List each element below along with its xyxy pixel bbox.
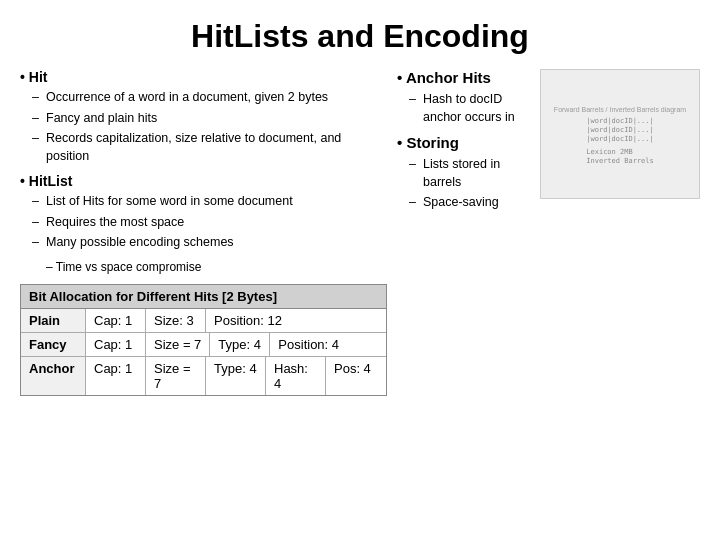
fancy-type: Type: 4: [210, 333, 270, 356]
left-column: • Hit Occurrence of a word in a document…: [20, 69, 387, 530]
storing-list: Lists stored in barrels Space-saving: [397, 156, 526, 212]
anchor-hash: Hash: 4: [266, 357, 326, 395]
fancy-position: Position: 4: [270, 333, 347, 356]
table-row-plain: Plain Cap: 1 Size: 3 Position: 12: [21, 309, 386, 333]
right-text: • Anchor Hits Hash to docID anchor occur…: [397, 69, 526, 220]
table-row-anchor: Anchor Cap: 1 Size = 7 Type: 4 Hash: 4 P…: [21, 357, 386, 395]
anchor-hits-heading: • Anchor Hits: [397, 69, 526, 86]
plain-size: Size: 3: [146, 309, 206, 332]
plain-position: Position: 12: [206, 309, 386, 332]
right-column: • Anchor Hits Hash to docID anchor occur…: [397, 69, 700, 530]
hitlist-item-2: Requires the most space: [32, 214, 387, 232]
anchor-cap: Cap: 1: [86, 357, 146, 395]
hit-item-1: Occurrence of a word in a document, give…: [32, 89, 387, 107]
fancy-size: Size = 7: [146, 333, 210, 356]
fancy-cap: Cap: 1: [86, 333, 146, 356]
diagram-image: Forward Barrels / Inverted Barrels diagr…: [540, 69, 700, 199]
storing-item-1: Lists stored in barrels: [409, 156, 526, 191]
table-row-fancy: Fancy Cap: 1 Size = 7 Type: 4 Position: …: [21, 333, 386, 357]
storing-heading: • Storing: [397, 134, 526, 151]
hit-item-2: Fancy and plain hits: [32, 110, 387, 128]
anchor-hits-item-1: Hash to docID anchor occurs in: [409, 91, 526, 126]
time-note: – Time vs space compromise: [20, 260, 387, 274]
storing-item-2: Space-saving: [409, 194, 526, 212]
hitlist-heading: • HitList: [20, 173, 387, 189]
anchor-size: Size = 7: [146, 357, 206, 395]
anchor-type: Type: 4: [206, 357, 266, 395]
anchor-label: Anchor: [21, 357, 86, 395]
fancy-label: Fancy: [21, 333, 86, 356]
plain-label: Plain: [21, 309, 86, 332]
anchor-pos: Pos: 4: [326, 357, 386, 395]
hit-list: Occurrence of a word in a document, give…: [20, 89, 387, 165]
hit-heading: • Hit: [20, 69, 387, 85]
right-section: • Anchor Hits Hash to docID anchor occur…: [397, 69, 700, 220]
hit-item-3: Records capitalization, size relative to…: [32, 130, 387, 165]
content-area: • Hit Occurrence of a word in a document…: [20, 69, 700, 530]
anchor-hits-list: Hash to docID anchor occurs in: [397, 91, 526, 126]
hitlist-list: List of Hits for some word in some docum…: [20, 193, 387, 252]
table-body: Plain Cap: 1 Size: 3 Position: 12 Fancy …: [21, 309, 386, 395]
slide-title: HitLists and Encoding: [20, 18, 700, 55]
hitlist-item-3: Many possible encoding schemes: [32, 234, 387, 252]
bit-allocation-table: Bit Allocation for Different Hits [2 Byt…: [20, 284, 387, 396]
hitlist-item-1: List of Hits for some word in some docum…: [32, 193, 387, 211]
table-header: Bit Allocation for Different Hits [2 Byt…: [21, 285, 386, 309]
plain-cap: Cap: 1: [86, 309, 146, 332]
slide: HitLists and Encoding • Hit Occurrence o…: [0, 0, 720, 540]
